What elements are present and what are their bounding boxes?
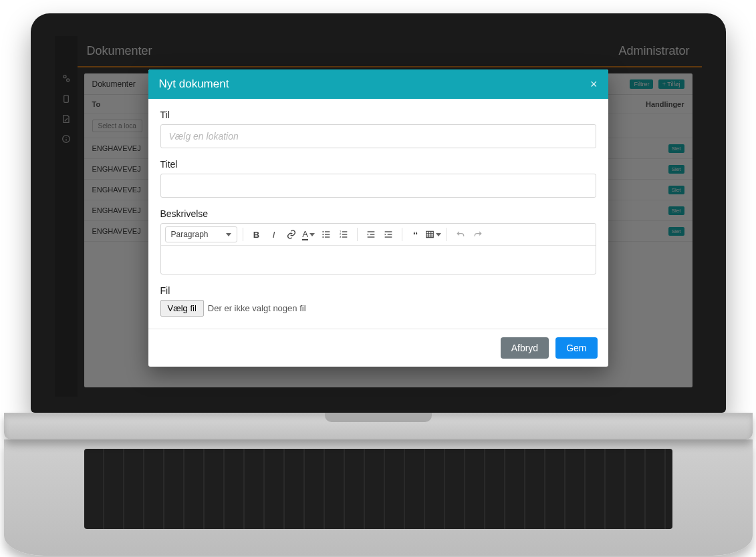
svg-rect-13	[342, 234, 347, 234]
svg-rect-15	[342, 236, 347, 237]
svg-rect-17	[370, 234, 374, 234]
svg-point-6	[322, 234, 324, 235]
svg-rect-19	[384, 231, 392, 232]
paragraph-style-select[interactable]: Paragraph	[165, 226, 237, 242]
svg-point-4	[322, 231, 324, 232]
save-button[interactable]: Gem	[555, 337, 597, 359]
rich-text-editor: Paragraph B I A	[160, 223, 596, 274]
new-document-modal: Nyt dokument × Til Titel Beskrivelse Par…	[148, 69, 608, 367]
editor-textarea[interactable]	[161, 246, 596, 274]
bold-icon[interactable]: B	[249, 226, 265, 242]
svg-rect-18	[367, 236, 374, 237]
redo-icon[interactable]	[470, 226, 486, 242]
editor-toolbar: Paragraph B I A	[161, 224, 596, 246]
text-color-icon[interactable]: A	[301, 226, 317, 242]
indent-icon[interactable]	[380, 226, 396, 242]
modal-title: Nyt dokument	[159, 77, 229, 91]
file-label: Fil	[160, 285, 596, 296]
svg-rect-11	[342, 231, 347, 232]
title-input[interactable]	[160, 174, 596, 198]
choose-file-button[interactable]: Vælg fil	[160, 300, 204, 317]
svg-rect-5	[325, 231, 330, 232]
title-label: Titel	[160, 159, 596, 170]
svg-rect-16	[367, 231, 374, 232]
svg-rect-9	[325, 236, 330, 237]
chevron-down-icon	[226, 233, 231, 236]
to-label: Til	[160, 110, 596, 120]
to-input[interactable]	[160, 124, 596, 148]
laptop-keyboard	[84, 449, 672, 529]
file-status-text: Der er ikke valgt nogen fil	[208, 303, 306, 313]
numbered-list-icon[interactable]: 123	[336, 226, 352, 242]
svg-text:3: 3	[340, 235, 342, 238]
link-icon[interactable]	[283, 226, 299, 242]
close-icon[interactable]: ×	[590, 78, 598, 90]
description-label: Beskrivelse	[160, 208, 596, 219]
blockquote-icon[interactable]: “	[408, 226, 424, 242]
undo-icon[interactable]	[453, 226, 469, 242]
svg-rect-7	[325, 234, 330, 234]
svg-rect-22	[426, 231, 433, 237]
outdent-icon[interactable]	[363, 226, 379, 242]
svg-rect-21	[384, 236, 392, 237]
bullet-list-icon[interactable]	[318, 226, 334, 242]
italic-icon[interactable]: I	[266, 226, 282, 242]
cancel-button[interactable]: Afbryd	[501, 337, 549, 359]
table-icon[interactable]	[425, 226, 441, 242]
svg-point-8	[322, 236, 324, 238]
svg-rect-20	[387, 234, 392, 234]
